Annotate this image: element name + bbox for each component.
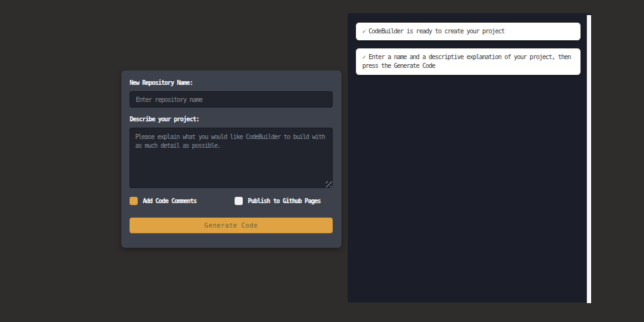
add-code-comments-label: Add Code Comments xyxy=(143,197,196,204)
status-message-list: ✓ CodeBuilder is ready to create your pr… xyxy=(348,13,592,91)
status-message-text: CodeBuilder is ready to create your proj… xyxy=(369,28,504,35)
publish-github-pages-option[interactable]: Publish to Github Pages xyxy=(235,197,320,205)
check-icon: ✓ xyxy=(362,53,365,60)
options-row: Add Code Comments Publish to Github Page… xyxy=(130,197,333,206)
publish-github-pages-checkbox[interactable] xyxy=(235,197,243,205)
project-description-wrap xyxy=(130,128,333,188)
status-message-card: ✓ CodeBuilder is ready to create your pr… xyxy=(355,22,581,41)
add-code-comments-checkbox[interactable] xyxy=(130,197,138,205)
check-icon: ✓ xyxy=(362,28,365,35)
console-scrollbar[interactable] xyxy=(587,15,591,303)
status-console-panel: ✓ CodeBuilder is ready to create your pr… xyxy=(348,13,592,303)
add-code-comments-option[interactable]: Add Code Comments xyxy=(130,197,196,205)
generate-code-button[interactable]: Generate Code xyxy=(130,218,333,233)
status-message-card: ✓ Enter a name and a descriptive explana… xyxy=(355,48,581,75)
publish-github-pages-label: Publish to Github Pages xyxy=(248,197,320,204)
repository-form-panel: New Repository Name: Describe your proje… xyxy=(121,70,341,248)
project-description-textarea[interactable] xyxy=(130,128,333,188)
repo-name-input[interactable] xyxy=(130,91,333,108)
repo-name-label: New Repository Name: xyxy=(130,79,333,87)
textarea-resize-grip[interactable] xyxy=(326,181,332,187)
describe-project-label: Describe your project: xyxy=(130,115,333,123)
status-message-text: Enter a name and a descriptive explanati… xyxy=(362,53,570,69)
